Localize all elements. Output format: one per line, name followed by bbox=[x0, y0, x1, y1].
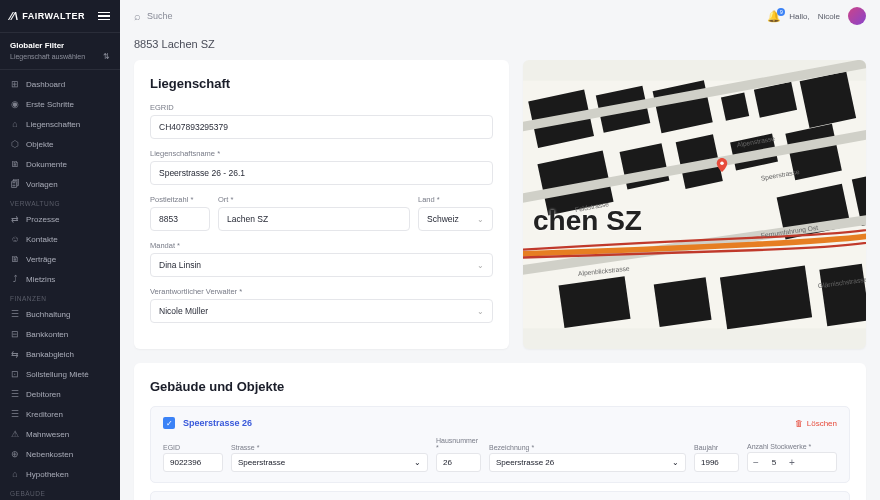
logo-mark-icon: ⁄⁄\ bbox=[10, 10, 18, 22]
search-input[interactable]: ⌕ Suche bbox=[134, 10, 757, 22]
map-pin-icon bbox=[715, 158, 729, 172]
sidebar-item-bankabgleich[interactable]: ⇆Bankabgleich bbox=[0, 344, 120, 364]
map-place-label: chen SZ bbox=[533, 205, 642, 237]
sidebar-item-debitoren[interactable]: ☰Debitoren bbox=[0, 384, 120, 404]
zip-input[interactable]: 8853 bbox=[150, 207, 210, 231]
desc-select[interactable]: Speerstrasse 26⌄ bbox=[489, 453, 686, 472]
egrid-input[interactable]: CH407893295379 bbox=[150, 115, 493, 139]
property-card: Liegenschaft EGRID CH407893295379 Liegen… bbox=[134, 60, 509, 349]
egid-label: EGID bbox=[163, 444, 223, 451]
svg-point-24 bbox=[720, 162, 724, 166]
stepper-minus[interactable]: − bbox=[748, 453, 764, 471]
nav-icon: ☺ bbox=[10, 234, 20, 244]
app-name: FAIRWALTER bbox=[22, 11, 85, 21]
sidebar-item-hypotheken[interactable]: ⌂Hypotheken bbox=[0, 464, 120, 484]
notification-icon[interactable]: 🔔9 bbox=[767, 10, 781, 23]
sidebar-item-prozesse[interactable]: ⇄Prozesse bbox=[0, 209, 120, 229]
street-label: Strasse * bbox=[231, 444, 428, 451]
sidebar-item-mahnwesen[interactable]: ⚠Mahnwesen bbox=[0, 424, 120, 444]
floors-label: Anzahl Stockwerke * bbox=[747, 443, 837, 450]
filter-title: Globaler Filter bbox=[10, 41, 110, 50]
sidebar-item-dashboard[interactable]: ⊞Dashboard bbox=[0, 74, 120, 94]
buildings-card: Gebäude und Objekte ✓ Speerstrasse 26 🗑 … bbox=[134, 363, 866, 500]
name-label: Liegenschaftsname * bbox=[150, 149, 493, 158]
nav-icon: ☰ bbox=[10, 309, 20, 319]
nav-icon: ⇆ bbox=[10, 349, 20, 359]
notification-badge: 9 bbox=[777, 8, 785, 16]
zip-label: Postleitzahl * bbox=[150, 195, 210, 204]
stepper-plus[interactable]: + bbox=[784, 453, 800, 471]
building-title[interactable]: Speerstrasse 26 bbox=[183, 418, 252, 428]
nav-icon: ⌂ bbox=[10, 119, 20, 129]
sidebar-item-dokumente[interactable]: 🗎Dokumente bbox=[0, 154, 120, 174]
svg-rect-4 bbox=[721, 93, 749, 121]
country-select[interactable]: Schweiz⌄ bbox=[418, 207, 493, 231]
nav-icon: ⇄ bbox=[10, 214, 20, 224]
nav-icon: ⊞ bbox=[10, 79, 20, 89]
houseno-input[interactable]: 26 bbox=[436, 453, 481, 472]
app-logo[interactable]: ⁄⁄\ FAIRWALTER bbox=[10, 10, 85, 22]
nav-icon: ⤴ bbox=[10, 274, 20, 284]
nav-icon: ⊡ bbox=[10, 369, 20, 379]
svg-rect-15 bbox=[654, 277, 712, 327]
manager-select[interactable]: Nicole Müller⌄ bbox=[150, 299, 493, 323]
mandant-select[interactable]: Dina Linsin⌄ bbox=[150, 253, 493, 277]
chevron-down-icon: ⌄ bbox=[477, 307, 484, 316]
desc-label: Bezeichnung * bbox=[489, 444, 686, 451]
name-input[interactable]: Speerstrasse 26 - 26.1 bbox=[150, 161, 493, 185]
sidebar-item-sollstellung-mieté[interactable]: ⊡Sollstellung Mieté bbox=[0, 364, 120, 384]
sidebar-item-nebenkosten[interactable]: ⊕Nebenkosten bbox=[0, 444, 120, 464]
sidebar-item-kontakte[interactable]: ☺Kontakte bbox=[0, 229, 120, 249]
sidebar-item-mietzins[interactable]: ⤴Mietzins bbox=[0, 269, 120, 289]
floors-value: 5 bbox=[764, 458, 784, 467]
mandant-label: Mandat * bbox=[150, 241, 493, 250]
sidebar-item-liegenschaften[interactable]: ⌂Liegenschaften bbox=[0, 114, 120, 134]
sidebar: ⁄⁄\ FAIRWALTER Globaler Filter Liegensch… bbox=[0, 0, 120, 500]
chevron-updown-icon: ⇅ bbox=[103, 52, 110, 61]
nav-icon: ⬡ bbox=[10, 139, 20, 149]
nav-group-verwaltung: VERWALTUNG bbox=[0, 194, 120, 209]
manager-label: Verantwortlicher Verwalter * bbox=[150, 287, 493, 296]
nav-icon: 🗐 bbox=[10, 179, 20, 189]
nav-icon: ⌂ bbox=[10, 469, 20, 479]
nav-icon: 🗎 bbox=[10, 254, 20, 264]
sidebar-item-buchhaltung[interactable]: ☰Buchhaltung bbox=[0, 304, 120, 324]
menu-toggle-icon[interactable] bbox=[98, 12, 110, 21]
street-select[interactable]: Speerstrasse⌄ bbox=[231, 453, 428, 472]
sidebar-item-objekte[interactable]: ⬡Objekte bbox=[0, 134, 120, 154]
delete-button[interactable]: 🗑 Löschen bbox=[795, 419, 837, 428]
nav-icon: ☰ bbox=[10, 389, 20, 399]
nav-icon: ⚠ bbox=[10, 429, 20, 439]
logo-row: ⁄⁄\ FAIRWALTER bbox=[0, 0, 120, 33]
global-filter[interactable]: Globaler Filter Liegenschaft auswählen ⇅ bbox=[0, 33, 120, 70]
floors-stepper[interactable]: − 5 + bbox=[747, 452, 837, 472]
sidebar-item-erste-schritte[interactable]: ◉Erste Schritte bbox=[0, 94, 120, 114]
svg-rect-17 bbox=[819, 264, 866, 327]
egid-input[interactable]: 9022396 bbox=[163, 453, 223, 472]
chevron-down-icon: ⌄ bbox=[477, 215, 484, 224]
nav: ⊞Dashboard◉Erste Schritte⌂Liegenschaften… bbox=[0, 70, 120, 500]
chevron-down-icon: ⌄ bbox=[477, 261, 484, 270]
city-input[interactable]: Lachen SZ bbox=[218, 207, 410, 231]
user-area: 🔔9 Hallo, Nicole bbox=[767, 7, 866, 25]
search-icon: ⌕ bbox=[134, 10, 141, 22]
trash-icon: 🗑 bbox=[795, 419, 803, 428]
sidebar-item-verträge[interactable]: 🗎Verträge bbox=[0, 249, 120, 269]
property-section-title: Liegenschaft bbox=[150, 76, 493, 91]
sidebar-item-bankkonten[interactable]: ⊟Bankkonten bbox=[0, 324, 120, 344]
map-panel[interactable]: Feldstrasse Alpenblickstrasse Alpenstras… bbox=[523, 60, 866, 349]
svg-rect-6 bbox=[800, 71, 857, 128]
nav-icon: 🗎 bbox=[10, 159, 20, 169]
nav-icon: ☰ bbox=[10, 409, 20, 419]
avatar[interactable] bbox=[848, 7, 866, 25]
nav-icon: ⊟ bbox=[10, 329, 20, 339]
object-block: ✓ 3-Zi-Wohnung 1. OG 🗑 Löschen bbox=[150, 491, 850, 500]
year-label: Baujahr bbox=[694, 444, 739, 451]
nav-icon: ⊕ bbox=[10, 449, 20, 459]
search-placeholder: Suche bbox=[147, 11, 173, 21]
sidebar-item-kreditoren[interactable]: ☰Kreditoren bbox=[0, 404, 120, 424]
building-checkbox[interactable]: ✓ bbox=[163, 417, 175, 429]
year-input[interactable]: 1996 bbox=[694, 453, 739, 472]
nav-group-finanzen: FINANZEN bbox=[0, 289, 120, 304]
sidebar-item-vorlagen[interactable]: 🗐Vorlagen bbox=[0, 174, 120, 194]
